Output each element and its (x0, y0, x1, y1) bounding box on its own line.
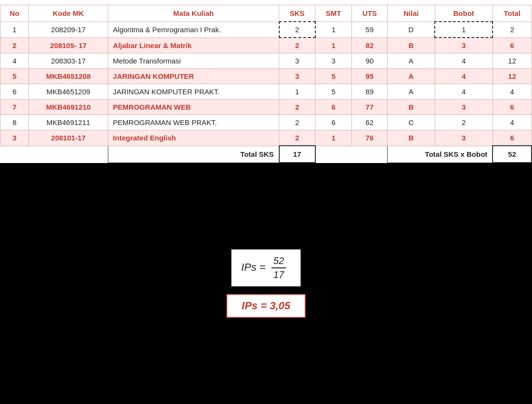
cell-matakuliah: PEMROGRAMAN WEB (108, 100, 279, 115)
cell-kode: MKB4651209 (29, 84, 108, 100)
cell-uts: 95 (352, 69, 388, 84)
cell-kode: MKB4691211 (29, 115, 108, 130)
cell-bobot: 2 (435, 115, 493, 130)
cell-uts: 59 (352, 22, 388, 38)
cell-uts: 82 (352, 38, 388, 53)
total-empty-3 (352, 146, 388, 163)
cell-bobot: 4 (435, 53, 493, 69)
formula-denominator: 17 (272, 268, 286, 280)
grade-table: No Kode MK Mata Kuliah SKS SMT UTS Nilai… (0, 5, 532, 163)
cell-bobot: 4 (435, 69, 493, 84)
cell-uts: 76 (352, 130, 388, 146)
table-row: 7 MKB4691210 PEMROGRAMAN WEB 2 6 77 B 3 … (0, 100, 532, 115)
cell-matakuliah: PEMROGRAMAN WEB PRAKT. (108, 115, 279, 130)
cell-uts: 90 (352, 53, 388, 69)
col-sks: SKS (279, 5, 315, 22)
cell-kode: MKB4651208 (29, 69, 108, 84)
formula-label: IPs = (241, 261, 269, 273)
cell-smt: 6 (315, 100, 352, 115)
cell-total: 6 (493, 130, 532, 146)
cell-bobot: 3 (435, 130, 493, 146)
cell-no: 4 (0, 53, 29, 69)
col-total: Total (493, 5, 532, 22)
cell-matakuliah: Integrated English (108, 130, 279, 146)
cell-matakuliah: JARINGAN KOMPUTER PRAKT. (108, 84, 279, 100)
formula-fraction-box: IPs = 52 17 (231, 249, 301, 287)
cell-sks: 3 (279, 53, 315, 69)
cell-matakuliah: Metode Transformasi (108, 53, 279, 69)
cell-nilai: A (388, 53, 435, 69)
cell-nilai: B (388, 38, 435, 53)
col-bobot: Bobot (435, 5, 493, 22)
table-row: 5 MKB4651208 JARINGAN KOMPUTER 3 5 95 A … (0, 69, 532, 84)
cell-total: 2 (493, 22, 532, 38)
cell-no: 5 (0, 69, 29, 84)
cell-total: 4 (493, 115, 532, 130)
col-nilai: Nilai (388, 5, 435, 22)
cell-no: 3 (0, 130, 29, 146)
total-sksbobot-value: 52 (493, 146, 532, 163)
cell-uts: 89 (352, 84, 388, 100)
table-row: 3 208101-17 Integrated English 2 1 76 B … (0, 130, 532, 146)
cell-nilai: B (388, 100, 435, 115)
col-no: No (0, 5, 29, 22)
cell-nilai: A (388, 84, 435, 100)
formula-fraction: 52 17 (272, 255, 286, 280)
cell-kode: 208209-17 (29, 22, 108, 38)
cell-smt: 5 (315, 84, 352, 100)
formula-numerator: 52 (272, 255, 286, 268)
cell-no: 2 (0, 38, 29, 53)
cell-sks: 2 (279, 38, 315, 53)
cell-sks: 2 (279, 115, 315, 130)
cell-no: 6 (0, 84, 29, 100)
total-sks-value: 17 (279, 146, 315, 163)
cell-smt: 1 (315, 38, 352, 53)
cell-sks: 2 (279, 100, 315, 115)
cell-nilai: A (388, 69, 435, 84)
cell-total: 12 (493, 69, 532, 84)
cell-total: 6 (493, 100, 532, 115)
cell-kode: MKB4691210 (29, 100, 108, 115)
cell-total: 4 (493, 84, 532, 100)
col-smt: SMT (315, 5, 352, 22)
formula-result-label: IPs = 3,05 (242, 300, 290, 312)
total-sks-label: Total SKS (108, 146, 279, 163)
totals-row: Total SKS 17 Total SKS x Bobot 52 (0, 146, 532, 163)
cell-smt: 1 (315, 22, 352, 38)
cell-sks: 2 (279, 22, 315, 38)
cell-no: 7 (0, 100, 29, 115)
cell-kode: 208105- 17 (29, 38, 108, 53)
total-empty-1 (0, 146, 108, 163)
table-row: 6 MKB4651209 JARINGAN KOMPUTER PRAKT. 1 … (0, 84, 532, 100)
total-sksbobot-label: Total SKS x Bobot (388, 146, 493, 163)
cell-matakuliah: Algoritma & Pemrograman I Prak. (108, 22, 279, 38)
bottom-formula-area: IPs = 52 17 IPs = 3,05 (0, 163, 532, 404)
col-kode: Kode MK (29, 5, 108, 22)
total-empty-2 (315, 146, 352, 163)
cell-bobot: 1 (435, 22, 493, 38)
cell-smt: 1 (315, 130, 352, 146)
table-row: 2 208105- 17 Aljabar Linear & Matrik 2 1… (0, 38, 532, 53)
cell-total: 6 (493, 38, 532, 53)
cell-nilai: D (388, 22, 435, 38)
cell-no: 8 (0, 115, 29, 130)
cell-nilai: C (388, 115, 435, 130)
table-row: 8 MKB4691211 PEMROGRAMAN WEB PRAKT. 2 6 … (0, 115, 532, 130)
table-area: No Kode MK Mata Kuliah SKS SMT UTS Nilai… (0, 0, 532, 163)
formula-result-box: IPs = 3,05 (226, 294, 306, 318)
cell-total: 12 (493, 53, 532, 69)
cell-bobot: 4 (435, 84, 493, 100)
cell-uts: 62 (352, 115, 388, 130)
cell-nilai: B (388, 130, 435, 146)
cell-smt: 3 (315, 53, 352, 69)
cell-kode: 208303-17 (29, 53, 108, 69)
main-container: No Kode MK Mata Kuliah SKS SMT UTS Nilai… (0, 0, 532, 404)
col-uts: UTS (352, 5, 388, 22)
cell-smt: 5 (315, 69, 352, 84)
cell-matakuliah: Aljabar Linear & Matrik (108, 38, 279, 53)
cell-smt: 6 (315, 115, 352, 130)
cell-matakuliah: JARINGAN KOMPUTER (108, 69, 279, 84)
table-row: 1 208209-17 Algoritma & Pemrograman I Pr… (0, 22, 532, 38)
table-row: 4 208303-17 Metode Transformasi 3 3 90 A… (0, 53, 532, 69)
cell-uts: 77 (352, 100, 388, 115)
